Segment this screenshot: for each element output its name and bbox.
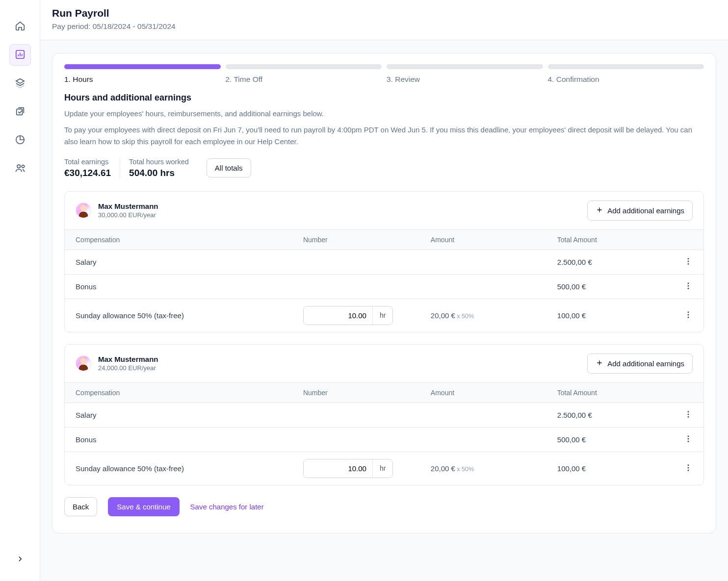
row-total: 500,00 € <box>546 274 673 299</box>
table-row: Salary 2.500,00 € <box>65 250 703 274</box>
page-header: Run Payroll Pay period: 05/18/2024 - 05/… <box>40 0 728 40</box>
compensation-label: Salary <box>65 250 292 274</box>
section-desc-1: Update your employees' hours, reimbursem… <box>64 108 704 119</box>
row-amount: 20,00 € <box>431 311 455 320</box>
nav-home[interactable] <box>9 16 31 37</box>
row-actions-button[interactable] <box>673 427 703 452</box>
people-icon <box>15 163 26 175</box>
svg-point-10 <box>688 311 689 312</box>
progress-steps: 1. Hours 2. Time Off 3. Review 4. Confir… <box>64 64 704 84</box>
employee-card: Max Mustermann 30,000.00 EUR/year Add ad… <box>64 191 704 332</box>
save-continue-button[interactable]: Save & continue <box>108 497 179 516</box>
svg-point-20 <box>688 467 689 468</box>
col-amount: Amount <box>420 382 546 403</box>
svg-point-14 <box>688 414 689 415</box>
step-hours[interactable]: 1. Hours <box>64 64 221 84</box>
row-amount-suffix: x 50% <box>455 313 474 320</box>
col-total: Total Amount <box>546 229 673 250</box>
section-desc-2: To pay your employees with direct deposi… <box>64 124 704 147</box>
nav-reports[interactable] <box>9 129 31 151</box>
compensation-label: Bonus <box>65 427 292 452</box>
col-compensation: Compensation <box>65 229 292 250</box>
svg-point-19 <box>688 464 689 465</box>
nav-layers[interactable] <box>9 73 31 94</box>
more-vertical-icon <box>684 465 693 474</box>
add-additional-earnings-button[interactable]: Add additional earnings <box>587 354 693 374</box>
more-vertical-icon <box>684 259 693 267</box>
number-unit: hr <box>372 306 392 325</box>
page-title: Run Payroll <box>52 7 716 19</box>
sidebar-expand-button[interactable] <box>9 549 31 570</box>
pie-chart-icon <box>15 134 26 147</box>
svg-point-13 <box>688 411 689 412</box>
number-input[interactable] <box>304 459 372 478</box>
row-total: 2.500,00 € <box>546 250 673 274</box>
row-actions-button[interactable] <box>673 403 703 427</box>
svg-point-11 <box>688 314 689 315</box>
totals-row: Total earnings €30,124.61 Total hours wo… <box>64 158 704 178</box>
row-amount: 20,00 € <box>431 464 455 473</box>
table-row: Bonus 500,00 € <box>65 427 703 452</box>
row-total: 2.500,00 € <box>546 403 673 427</box>
total-earnings-value: €30,124.61 <box>64 168 111 178</box>
save-for-later-button[interactable]: Save changes for later <box>190 503 264 511</box>
layers-icon <box>15 77 26 90</box>
add-earnings-label: Add additional earnings <box>607 359 684 368</box>
employee-name: Max Mustermann <box>98 202 158 210</box>
svg-point-17 <box>688 438 689 439</box>
add-additional-earnings-button[interactable]: Add additional earnings <box>587 201 693 221</box>
compensation-label: Salary <box>65 403 292 427</box>
number-input[interactable] <box>304 306 372 325</box>
svg-point-5 <box>688 261 689 262</box>
row-total: 100,00 € <box>546 452 673 485</box>
svg-point-16 <box>688 435 689 436</box>
table-row: Sunday allowance 50% (tax-free) hr 20,00… <box>65 299 703 332</box>
step-review[interactable]: 3. Review <box>387 64 543 84</box>
employee-compensation-table: Compensation Number Amount Total Amount … <box>65 382 703 485</box>
row-actions-button[interactable] <box>673 452 703 485</box>
document-stack-icon <box>15 106 26 118</box>
row-actions-button[interactable] <box>673 250 703 274</box>
more-vertical-icon <box>684 283 693 292</box>
nav-documents[interactable] <box>9 101 31 123</box>
more-vertical-icon <box>684 312 693 321</box>
total-earnings-block: Total earnings €30,124.61 <box>64 158 120 178</box>
more-vertical-icon <box>684 436 693 445</box>
avatar <box>76 202 91 218</box>
step-time-off[interactable]: 2. Time Off <box>226 64 382 84</box>
svg-point-7 <box>688 282 689 283</box>
plus-icon <box>596 206 603 215</box>
col-amount: Amount <box>420 229 546 250</box>
page-subtitle: Pay period: 05/18/2024 - 05/31/2024 <box>52 22 716 31</box>
row-actions-button[interactable] <box>673 274 703 299</box>
svg-point-15 <box>688 416 689 417</box>
row-amount-suffix: x 50% <box>455 466 474 473</box>
step-bar <box>64 64 221 69</box>
step-label: 4. Confirmation <box>548 75 704 84</box>
employee-compensation-table: Compensation Number Amount Total Amount … <box>65 229 703 332</box>
employee-name: Max Mustermann <box>98 355 158 363</box>
back-button[interactable]: Back <box>64 497 97 516</box>
avatar <box>76 355 91 371</box>
employee-card: Max Mustermann 24,000.00 EUR/year Add ad… <box>64 344 704 485</box>
row-total: 100,00 € <box>546 299 673 332</box>
section-title: Hours and additional earnings <box>64 93 704 103</box>
nav-people[interactable] <box>9 158 31 179</box>
total-earnings-label: Total earnings <box>64 158 111 166</box>
step-bar <box>548 64 704 69</box>
col-number: Number <box>292 229 420 250</box>
employee-salary: 24,000.00 EUR/year <box>98 364 158 372</box>
step-label: 1. Hours <box>64 75 221 84</box>
all-totals-button[interactable]: All totals <box>207 158 251 177</box>
more-vertical-icon <box>684 412 693 420</box>
compensation-label: Sunday allowance 50% (tax-free) <box>65 452 292 485</box>
bar-chart-icon <box>15 49 26 61</box>
sidebar <box>0 0 40 581</box>
row-actions-button[interactable] <box>673 299 703 332</box>
svg-point-21 <box>688 470 689 471</box>
col-compensation: Compensation <box>65 382 292 403</box>
step-confirmation[interactable]: 4. Confirmation <box>548 64 704 84</box>
svg-point-6 <box>688 263 689 264</box>
total-hours-block: Total hours worked 504.00 hrs <box>129 158 198 178</box>
nav-payroll[interactable] <box>9 44 31 66</box>
